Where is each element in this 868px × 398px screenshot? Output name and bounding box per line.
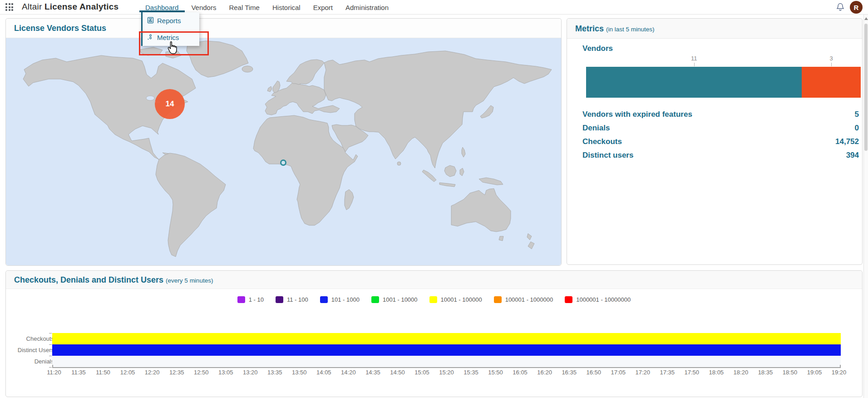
legend-item: 101 - 1000 [320, 296, 360, 303]
chart-row-label: Distinct Users [12, 344, 54, 356]
nav-item-export[interactable]: Export [313, 4, 333, 11]
x-axis-label: 17:35 [660, 369, 675, 376]
metric-label: Distinct users [582, 149, 633, 162]
legend-item: 100001 - 1000000 [494, 296, 553, 303]
scrollbar-up-arrow-icon[interactable] [864, 17, 868, 20]
map-panel-title: License Vendors Status [6, 19, 561, 38]
user-avatar[interactable]: R [850, 1, 863, 14]
legend-label: 1 - 10 [249, 296, 264, 303]
menu-item-reports[interactable]: Reports [143, 12, 199, 29]
brand-name: License Analytics [44, 2, 118, 11]
x-axis-label: 17:20 [635, 369, 650, 376]
legend-swatch [429, 296, 437, 303]
app-launcher-grid-icon[interactable] [5, 3, 14, 11]
y-axis-tick [49, 367, 52, 368]
vendors-bar-value: 3 [830, 55, 833, 62]
metric-row-denials: Denials0 [582, 121, 859, 135]
menu-item-metrics[interactable]: Metrics [143, 29, 199, 46]
legend-swatch [494, 296, 502, 303]
x-axis-label: 14:50 [390, 369, 405, 376]
metrics-rows: Vendors with expired features5Denials0Ch… [582, 108, 859, 162]
vendors-bar-tick [831, 63, 832, 66]
top-navbar: Altair License Analytics DashboardVendor… [0, 0, 868, 15]
x-axis-label: 12:20 [145, 369, 160, 376]
metric-label: Checkouts [582, 135, 622, 149]
world-map[interactable]: 14 [6, 38, 561, 265]
chart-legend: 1 - 1011 - 100101 - 10001001 - 100001000… [6, 296, 862, 303]
x-axis-label: 17:50 [685, 369, 700, 376]
metrics-panel: Metrics(in last 5 minutes) Vendors 113 V… [567, 18, 863, 265]
vendors-bar-label: Vendors [582, 44, 613, 53]
notifications-bell-icon[interactable] [835, 2, 845, 12]
nav-item-vendors[interactable]: Vendors [191, 4, 216, 11]
x-axis-label: 15:35 [464, 369, 478, 376]
nav-item-administration[interactable]: Administration [345, 4, 389, 11]
y-axis-tick [49, 333, 52, 333]
x-axis-label: 16:35 [562, 369, 577, 376]
x-axis-label: 15:50 [488, 369, 503, 376]
scrollbar-thumb[interactable] [864, 24, 868, 151]
legend-swatch [371, 296, 379, 303]
vendors-bar-segment-1 [802, 67, 861, 98]
x-axis-label: 15:20 [439, 369, 454, 376]
page-scrollbar[interactable] [863, 15, 868, 398]
legend-swatch [237, 296, 245, 303]
metrics-icon [147, 34, 154, 42]
x-axis-label: 12:50 [194, 369, 209, 376]
active-tab-indicator [139, 10, 185, 12]
y-axis-tick [49, 356, 52, 356]
app-window: Altair License Analytics DashboardVendor… [0, 0, 868, 398]
x-axis-label: 13:35 [267, 369, 282, 376]
map-ring-marker[interactable] [280, 159, 286, 166]
x-axis-label: 19:05 [807, 369, 822, 376]
vendors-bar-segment-0 [586, 67, 802, 98]
chart-row-bar-denials [52, 356, 841, 367]
x-axis-label: 19:20 [832, 369, 847, 376]
x-axis-label: 14:05 [316, 369, 331, 376]
y-axis-tick [49, 344, 52, 345]
x-axis-label: 18:35 [758, 369, 773, 376]
checkouts-chart-panel: Checkouts, Denials and Distinct Users(ev… [5, 270, 863, 397]
x-axis-label: 18:50 [783, 369, 798, 376]
x-axis-label: 13:20 [243, 369, 258, 376]
metric-row-vendors-with-expired-features: Vendors with expired features5 [582, 108, 859, 121]
x-axis-label: 14:20 [341, 369, 356, 376]
chart-row-bar-checkouts [52, 333, 841, 344]
metrics-panel-title: Metrics(in last 5 minutes) [567, 19, 862, 39]
metrics-title-text: Metrics [575, 24, 604, 33]
map-cluster-marker[interactable]: 14 [155, 89, 185, 119]
x-axis-end-tick [840, 365, 841, 368]
nav-item-historical[interactable]: Historical [272, 4, 301, 11]
x-axis-label: 15:05 [414, 369, 429, 376]
nav-item-dashboard[interactable]: Dashboard [145, 4, 178, 11]
legend-swatch [276, 296, 283, 303]
chart-title-subtitle: (every 5 minutes) [166, 277, 213, 284]
x-axis-label: 17:05 [611, 369, 626, 376]
x-axis-label: 12:05 [120, 369, 135, 376]
metric-value: 5 [855, 108, 859, 121]
x-axis-label: 18:20 [734, 369, 749, 376]
x-axis-label: 13:50 [292, 369, 307, 376]
metric-value: 0 [855, 121, 859, 135]
x-axis-label: 11:35 [71, 369, 86, 376]
license-vendors-status-panel: License Vendors Status [5, 18, 562, 266]
metrics-title-subtitle: (in last 5 minutes) [606, 26, 655, 33]
chart-row-label: Denials [12, 356, 54, 367]
x-axis-line [52, 367, 841, 368]
menu-item-label: Reports [157, 17, 181, 25]
legend-swatch [565, 296, 572, 303]
x-axis-label: 18:05 [709, 369, 724, 376]
metric-row-checkouts: Checkouts14,752 [582, 135, 859, 149]
vendors-bar-value: 11 [691, 55, 697, 62]
nav-item-real-time[interactable]: Real Time [229, 4, 260, 11]
legend-label: 1000001 - 10000000 [576, 296, 631, 303]
legend-label: 11 - 100 [287, 296, 308, 303]
brand-logo[interactable]: Altair License Analytics [22, 2, 118, 12]
legend-label: 10001 - 100000 [441, 296, 482, 303]
vendors-bar-value-labels: 113 [586, 55, 861, 67]
legend-item: 11 - 100 [276, 296, 308, 303]
x-axis-label: 11:50 [96, 369, 110, 376]
dashboard-dropdown-menu: ReportsMetrics [141, 12, 199, 46]
brand-prefix: Altair [22, 2, 42, 11]
chart-row-label: Checkouts [12, 333, 54, 344]
